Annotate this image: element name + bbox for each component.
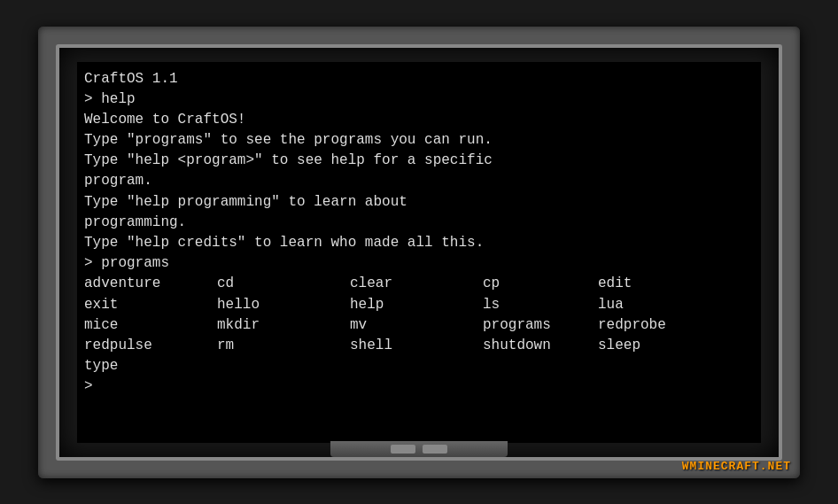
line-tip3b: programming. [84, 213, 754, 233]
prog-edit: edit [598, 274, 713, 294]
line-cmd-programs: > programs [84, 253, 754, 274]
line-tip2: Type "help <program>" to see help for a … [84, 151, 754, 171]
prog-shell: shell [350, 336, 483, 356]
prog-cd: cd [217, 274, 350, 294]
prog-adventure: adventure [84, 274, 217, 294]
line-tip3: Type "help programming" to learn about [84, 192, 754, 213]
prog-redprobe: redprobe [598, 315, 713, 336]
prog-lua: lua [598, 295, 713, 315]
prog-exit: exit [84, 295, 217, 315]
prog-cp: cp [483, 274, 598, 294]
prog-clear: clear [350, 274, 483, 294]
prog-hello: hello [217, 295, 350, 315]
watermark: WMINECRAFT.NET [682, 460, 791, 473]
prog-ls: ls [483, 295, 598, 315]
line-tip4: Type "help credits" to learn who made al… [84, 233, 754, 253]
terminal-screen[interactable]: CraftOS 1.1 > help Welcome to CraftOS! T… [77, 62, 761, 443]
line-prompt: > [84, 376, 754, 397]
prog-help: help [350, 295, 483, 315]
line-version: CraftOS 1.1 [84, 69, 754, 89]
line-welcome: Welcome to CraftOS! [84, 110, 754, 130]
bottom-bar-btn-right [423, 445, 447, 454]
screen-frame: CraftOS 1.1 > help Welcome to CraftOS! T… [56, 44, 782, 461]
line-tip2b: program. [84, 171, 754, 191]
line-tip1: Type "programs" to see the programs you … [84, 130, 754, 151]
line-cmd-help: > help [84, 89, 754, 110]
prog-mkdir: mkdir [217, 315, 350, 336]
bottom-bar-btn-left [391, 445, 415, 454]
monitor-bottom-bar [330, 441, 508, 457]
prog-mv: mv [350, 315, 483, 336]
prog-redpulse: redpulse [84, 336, 217, 356]
prog-sleep: sleep [598, 336, 713, 356]
prog-shutdown: shutdown [483, 336, 598, 356]
line-type: type [84, 356, 754, 376]
prog-rm: rm [217, 336, 350, 356]
monitor-frame: CraftOS 1.1 > help Welcome to CraftOS! T… [38, 27, 800, 478]
prog-programs: programs [483, 315, 598, 336]
programs-list: adventure cd clear cp edit exit hello he… [84, 274, 754, 356]
prog-mice: mice [84, 315, 217, 336]
